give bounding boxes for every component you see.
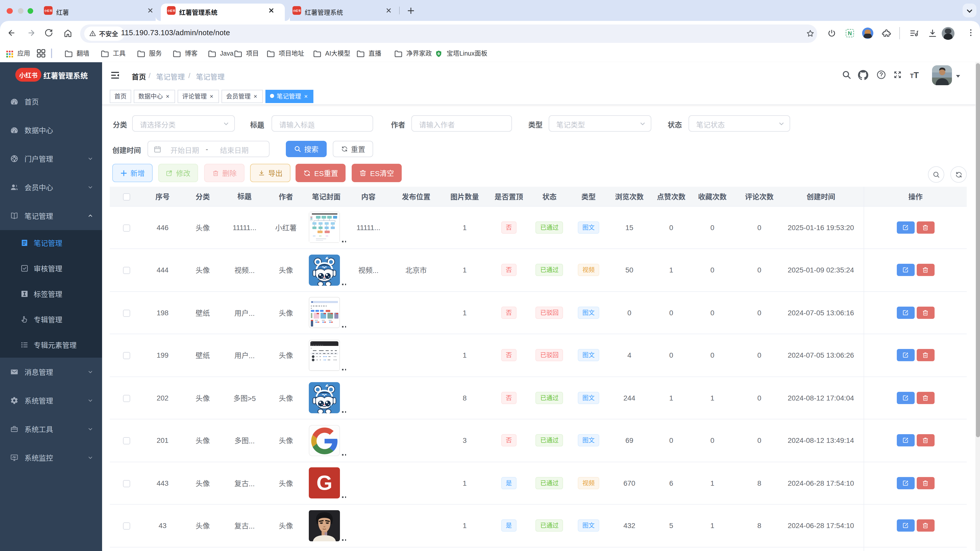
- svg-text:G: G: [317, 472, 332, 494]
